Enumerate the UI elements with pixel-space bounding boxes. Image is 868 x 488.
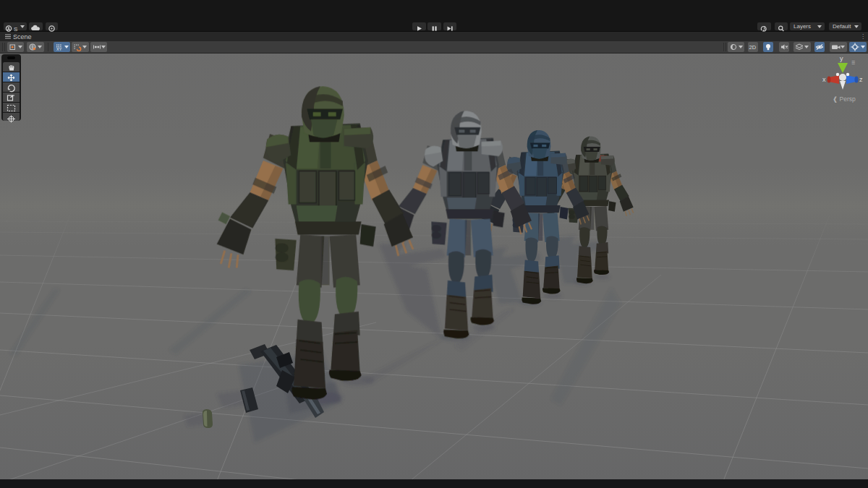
- svg-text:z: z: [859, 76, 863, 83]
- svg-text:❰ Persp: ❰ Persp: [833, 95, 856, 103]
- svg-text:y: y: [840, 55, 843, 62]
- svg-text:x: x: [822, 76, 826, 83]
- svg-text:XY: XY: [56, 47, 62, 51]
- svg-text:S: S: [14, 26, 17, 33]
- svg-text:☰: ☰: [851, 61, 855, 65]
